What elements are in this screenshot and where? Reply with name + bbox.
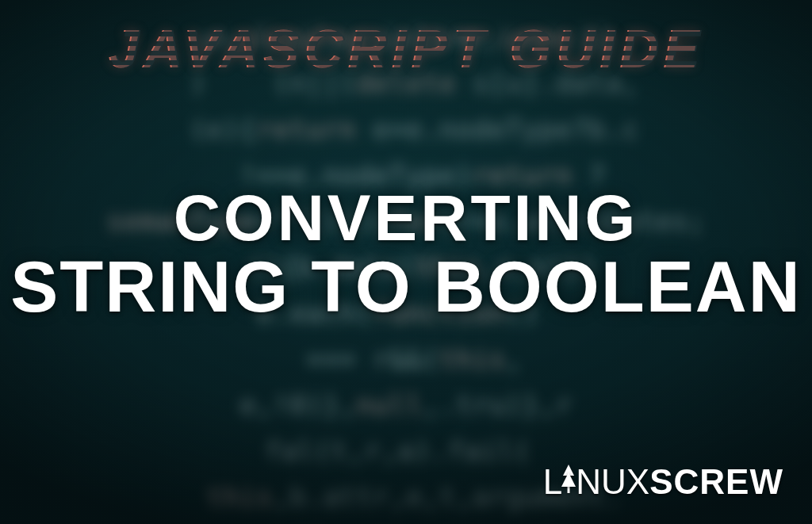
title-line-1: CONVERTING [0, 186, 812, 250]
title-line-2: STRING TO BOOLEAN [0, 253, 812, 322]
banner-text: JAVASCRIPT GUIDE [109, 17, 704, 79]
pine-tree-icon [563, 463, 574, 495]
series-banner: JAVASCRIPT GUIDE [0, 17, 812, 79]
logo-bold-text: SCREW [649, 462, 783, 502]
main-title: CONVERTING STRING TO BOOLEAN [0, 186, 812, 322]
logo-thin-text: NUX [576, 462, 649, 502]
logo-left-letter: L [543, 462, 562, 502]
site-logo: L NUX SCREW [543, 462, 783, 502]
